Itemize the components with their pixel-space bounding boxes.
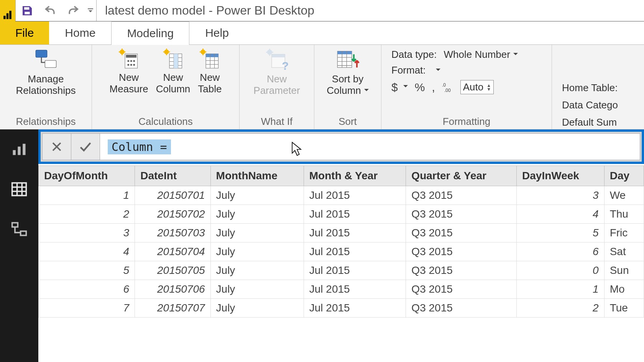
table-row[interactable]: 420150704JulyJul 2015Q3 20156Sat — [39, 242, 644, 261]
formula-input[interactable]: Column = — [100, 133, 640, 160]
cell[interactable]: Jul 2015 — [304, 280, 406, 299]
relationships-icon — [34, 47, 58, 72]
formula-bar-container: Column = — [38, 129, 644, 164]
column-header[interactable]: Day — [604, 166, 644, 186]
cell[interactable]: We — [604, 186, 644, 205]
formula-commit-button[interactable] — [71, 134, 100, 160]
cell[interactable]: 6 — [517, 242, 605, 261]
tab-file[interactable]: File — [0, 21, 49, 44]
cell[interactable]: Mo — [604, 280, 644, 299]
cell[interactable]: Q3 2015 — [406, 280, 517, 299]
cell[interactable]: 2 — [39, 205, 135, 224]
cell[interactable]: Jul 2015 — [304, 261, 406, 280]
cell[interactable]: 4 — [517, 205, 605, 224]
cell[interactable]: 20150703 — [135, 224, 210, 242]
decimal-icon: .0.00 — [442, 82, 453, 93]
cell[interactable]: 1 — [517, 280, 605, 299]
ribbon-group-calculations: New Measure New Column New Table — [92, 45, 240, 129]
default-summarization-dropdown[interactable]: Default Sum — [562, 116, 618, 128]
data-type-dropdown[interactable]: Data type: Whole Number — [391, 49, 542, 61]
cell[interactable]: 5 — [39, 261, 135, 280]
data-view-button[interactable] — [11, 181, 28, 198]
cell[interactable]: 20150702 — [135, 205, 210, 224]
cell[interactable]: 20150706 — [135, 280, 210, 299]
cell[interactable]: Tue — [604, 299, 644, 318]
manage-relationships-button[interactable]: Manage Relationships — [12, 45, 79, 114]
svg-rect-20 — [206, 54, 219, 57]
column-header[interactable]: DayOfMonth — [39, 166, 135, 186]
column-header[interactable]: DayInWeek — [517, 166, 605, 186]
cell[interactable]: July — [210, 299, 304, 318]
table-row[interactable]: 220150702JulyJul 2015Q3 20154Thu — [39, 205, 644, 224]
cell[interactable]: 20150705 — [135, 261, 210, 280]
new-table-button[interactable]: New Table — [194, 45, 225, 114]
cell[interactable]: Q3 2015 — [406, 186, 517, 205]
cell[interactable]: July — [210, 280, 304, 299]
new-column-button[interactable]: New Column — [152, 45, 194, 114]
cell[interactable]: 3 — [517, 186, 605, 205]
cell[interactable]: Sun — [604, 261, 644, 280]
tab-help[interactable]: Help — [189, 21, 245, 44]
cell[interactable]: July — [210, 205, 304, 224]
cell[interactable]: Q3 2015 — [406, 299, 517, 318]
table-row[interactable]: 120150701JulyJul 2015Q3 20153We — [39, 186, 644, 205]
cell[interactable]: July — [210, 261, 304, 280]
report-view-button[interactable] — [11, 141, 28, 158]
qat-customize-button[interactable] — [85, 0, 96, 21]
cell[interactable]: 5 — [517, 224, 605, 242]
table-row[interactable]: 520150705JulyJul 2015Q3 20150Sun — [39, 261, 644, 280]
cell[interactable]: Jul 2015 — [304, 299, 406, 318]
data-grid[interactable]: DayOfMonthDateIntMonthNameMonth & YearQu… — [38, 165, 644, 362]
column-header[interactable]: MonthName — [210, 166, 304, 186]
formula-cancel-button[interactable] — [43, 134, 71, 160]
cell[interactable]: 20150707 — [135, 299, 210, 318]
table-row[interactable]: 320150703JulyJul 2015Q3 20155Fric — [39, 224, 644, 242]
tab-home[interactable]: Home — [49, 21, 111, 44]
cell[interactable]: Jul 2015 — [304, 224, 406, 242]
cell[interactable]: 2 — [517, 299, 605, 318]
currency-format-button[interactable]: $ — [391, 81, 408, 94]
column-header[interactable]: DateInt — [135, 166, 210, 186]
column-header[interactable]: Quarter & Year — [406, 166, 517, 186]
undo-button[interactable] — [39, 0, 62, 21]
cell[interactable]: 1 — [39, 186, 135, 205]
redo-button[interactable] — [62, 0, 85, 21]
tab-modeling[interactable]: Modeling — [111, 21, 189, 45]
cell[interactable]: Jul 2015 — [304, 205, 406, 224]
cell[interactable]: July — [210, 242, 304, 261]
cell[interactable]: Jul 2015 — [304, 242, 406, 261]
new-measure-button[interactable]: New Measure — [106, 45, 152, 114]
sort-by-column-button[interactable]: Sort by Column — [323, 45, 373, 114]
cell[interactable]: 20150704 — [135, 242, 210, 261]
cell[interactable]: Q3 2015 — [406, 205, 517, 224]
format-dropdown[interactable]: Format: — [391, 64, 542, 76]
cell[interactable]: Fric — [604, 224, 644, 242]
cell[interactable]: Q3 2015 — [406, 224, 517, 242]
cell[interactable]: Q3 2015 — [406, 261, 517, 280]
table-row[interactable]: 720150707JulyJul 2015Q3 20152Tue — [39, 299, 644, 318]
percent-format-button[interactable]: % — [415, 81, 425, 94]
cell[interactable]: July — [210, 224, 304, 242]
thousands-separator-button[interactable]: , — [432, 81, 435, 94]
cell[interactable]: 3 — [39, 224, 135, 242]
cell[interactable]: July — [210, 186, 304, 205]
data-category-dropdown[interactable]: Data Catego — [562, 99, 618, 111]
model-view-button[interactable] — [11, 221, 28, 238]
cell[interactable]: Thu — [604, 205, 644, 224]
save-button[interactable] — [16, 0, 39, 21]
new-parameter-button: ? New Parameter — [250, 45, 304, 114]
column-header[interactable]: Month & Year — [304, 166, 406, 186]
cell[interactable]: Q3 2015 — [406, 242, 517, 261]
cell[interactable]: 6 — [39, 280, 135, 299]
cell[interactable]: Sat — [604, 242, 644, 261]
cell[interactable]: 7 — [39, 299, 135, 318]
cell[interactable]: Jul 2015 — [304, 186, 406, 205]
svg-point-10 — [130, 60, 132, 62]
svg-text:.0: .0 — [442, 82, 446, 88]
cell[interactable]: 4 — [39, 242, 135, 261]
cell[interactable]: 0 — [517, 261, 605, 280]
decimal-places-spinner[interactable]: Auto ▲▼ — [460, 80, 494, 94]
cell[interactable]: 20150701 — [135, 186, 210, 205]
table-row[interactable]: 620150706JulyJul 2015Q3 20151Mo — [39, 280, 644, 299]
home-table-dropdown[interactable]: Home Table: — [562, 82, 618, 94]
